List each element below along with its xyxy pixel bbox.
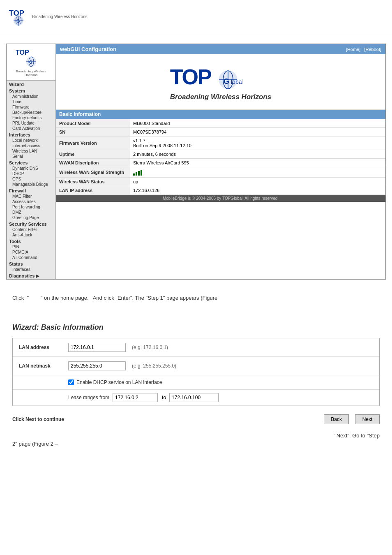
table-row: Uptime 2 minutes, 6 seconds xyxy=(56,150,385,159)
lease-from-input[interactable] xyxy=(113,393,158,402)
sidebar-item-dhcp[interactable]: DHCP xyxy=(7,171,55,176)
dhcp-checkbox-area: Enable DHCP service on LAN interface xyxy=(68,379,162,385)
reboot-link[interactable]: [Reboot] xyxy=(364,47,381,52)
sidebar-item-administration[interactable]: Administration xyxy=(7,94,55,99)
sidebar-item-prl[interactable]: PRL Update xyxy=(7,120,55,126)
sidebar-section-interfaces: Interfaces xyxy=(7,131,55,138)
info-table: Product Model MB6000-Standard SN MC07SD3… xyxy=(56,119,385,195)
sidebar-item-internet[interactable]: Internet access xyxy=(7,143,55,148)
sidebar-item-atcommand[interactable]: AT Command xyxy=(7,255,55,260)
back-button[interactable]: Back xyxy=(324,414,349,424)
info-value xyxy=(130,167,385,178)
info-label: Product Model xyxy=(56,119,130,128)
sidebar-logo-icon: TOP G xyxy=(15,47,48,68)
top-header: TOP G Broadening Wireless Horizons xyxy=(0,0,392,33)
sidebar-item-serial[interactable]: Serial xyxy=(7,154,55,159)
sidebar-section-security: Security Services xyxy=(7,220,55,227)
sidebar-section-diagnostics[interactable]: Diagnostics ▶ xyxy=(7,272,55,279)
info-value: 172.16.0.126 xyxy=(130,186,385,195)
bottom-text: 2" page (Figure 2 – xyxy=(12,441,380,447)
info-value: MB6000-Standard xyxy=(130,119,385,128)
sidebar-item-pin[interactable]: PIN xyxy=(7,244,55,250)
svg-text:lobal: lobal xyxy=(231,79,242,85)
dhcp-checkbox[interactable] xyxy=(68,379,74,385)
click-next-label: Click Next to continue xyxy=(12,416,318,422)
footer-bar: MobileBridge is © 2004-2006 by TOPGlobal… xyxy=(56,195,385,202)
info-label: LAN IP address xyxy=(56,186,130,195)
dhcp-label: Enable DHCP service on LAN interface xyxy=(76,379,162,385)
sidebar-item-pcmcia[interactable]: PCMCIA xyxy=(7,250,55,255)
lease-to-input[interactable] xyxy=(169,393,219,402)
logo-banner: TOP G lobal Broadening Wireless Horizons xyxy=(56,54,385,110)
signal-bar-4 xyxy=(141,170,142,176)
svg-text:G: G xyxy=(16,18,20,23)
webgui-title: webGUI Configuration xyxy=(60,46,116,52)
info-label: SN xyxy=(56,128,130,136)
sidebar-tagline: Broadening Wireless Horizons xyxy=(10,69,52,77)
info-label: Firmware Version xyxy=(56,136,130,150)
table-row: Product Model MB6000-Standard xyxy=(56,119,385,128)
header-links: [Home] [Reboot] xyxy=(346,47,381,52)
lan-netmask-row: LAN netmask (e.g. 255.255.255.0) xyxy=(13,357,379,375)
sidebar-logo: TOP G Broadening Wireless Horizons xyxy=(7,44,55,81)
doc-section: Click " " on the home page. And click "E… xyxy=(0,286,392,323)
sidebar-section-wizard: Wizard xyxy=(7,81,55,87)
home-link[interactable]: [Home] xyxy=(346,47,360,52)
sidebar-item-time[interactable]: Time xyxy=(7,99,55,104)
table-row: Wireless WAN Status up xyxy=(56,178,385,186)
info-label: Wireless WAN Status xyxy=(56,178,130,186)
sidebar-section-firewall: Firewall xyxy=(7,187,55,194)
lan-netmask-label: LAN netmask xyxy=(19,363,68,369)
sidebar-item-greeting[interactable]: Greeting Page xyxy=(7,215,55,220)
lan-address-input[interactable] xyxy=(68,343,126,352)
lease-row: Lease ranges from to xyxy=(13,390,379,406)
info-value: Sierra Wireless AirCard 595 xyxy=(130,159,385,167)
sidebar-item-antiattack[interactable]: Anti-Attack xyxy=(7,232,55,238)
sidebar-item-backup[interactable]: Backup/Restore xyxy=(7,110,55,115)
table-row: Wireless WAN Signal Strength xyxy=(56,167,385,178)
lan-netmask-input[interactable] xyxy=(68,361,126,370)
info-value: up xyxy=(130,178,385,186)
wizard-controls: Click Next to continue Back Next xyxy=(12,414,380,424)
sidebar-item-ddns[interactable]: Dynamic DNS xyxy=(7,166,55,171)
sidebar-item-portfwd[interactable]: Port forwarding xyxy=(7,204,55,210)
logo-globe-icon: TOP G xyxy=(8,6,29,27)
signal-bar-2 xyxy=(136,172,137,176)
top-logo: TOP G Broadening Wireless Horizons xyxy=(8,6,384,27)
sidebar-item-firmware[interactable]: Firmware xyxy=(7,104,55,110)
sidebar-item-wirelesslan[interactable]: Wireless LAN xyxy=(7,148,55,154)
lease-from-label: Lease ranges from xyxy=(68,395,109,400)
lan-netmask-hint: (e.g. 255.255.255.0) xyxy=(132,363,176,369)
sidebar-item-contentfilter[interactable]: Content Filter xyxy=(7,227,55,232)
signal-bar-3 xyxy=(138,171,140,176)
table-row: SN MC07SD378794 xyxy=(56,128,385,136)
header-bar: webGUI Configuration [Home] [Reboot] xyxy=(56,44,385,54)
sidebar-item-bridge[interactable]: Manageable Bridge xyxy=(7,182,55,187)
post-wizard-text: "Next". Go to "Step xyxy=(12,432,380,439)
svg-text:TOP: TOP xyxy=(16,49,29,56)
sidebar: TOP G Broadening Wireless Horizons Wizar… xyxy=(7,44,56,279)
sidebar-item-card[interactable]: Card Activation xyxy=(7,126,55,131)
sidebar-item-dmz[interactable]: DMZ xyxy=(7,210,55,215)
sidebar-item-accessrules[interactable]: Access rules xyxy=(7,199,55,204)
sidebar-section-system: System xyxy=(7,87,55,94)
svg-text:G: G xyxy=(224,77,229,86)
sidebar-item-status-interfaces[interactable]: Interfaces xyxy=(7,267,55,272)
sidebar-item-macfilter[interactable]: MAC Filter xyxy=(7,194,55,199)
info-label: Wireless WAN Signal Strength xyxy=(56,167,130,178)
main-content: webGUI Configuration [Home] [Reboot] TOP… xyxy=(56,44,385,279)
signal-bars xyxy=(133,169,382,176)
info-label: Uptime xyxy=(56,150,130,159)
info-value: 2 minutes, 6 seconds xyxy=(130,150,385,159)
info-value: MC07SD378794 xyxy=(130,128,385,136)
info-label: WWAN Discription xyxy=(56,159,130,167)
table-row: WWAN Discription Sierra Wireless AirCard… xyxy=(56,159,385,167)
sidebar-item-factory[interactable]: Factory defaults xyxy=(7,115,55,120)
next-button[interactable]: Next xyxy=(355,414,380,424)
sidebar-item-gps[interactable]: GPS xyxy=(7,176,55,182)
lease-to-text: to xyxy=(162,395,166,400)
wizard-section: Wizard: Basic Information LAN address (e… xyxy=(12,323,380,406)
sidebar-item-localnetwork[interactable]: Local network xyxy=(7,138,55,143)
webgui-panel: TOP G Broadening Wireless Horizons Wizar… xyxy=(6,44,386,280)
signal-bar-1 xyxy=(133,173,135,176)
